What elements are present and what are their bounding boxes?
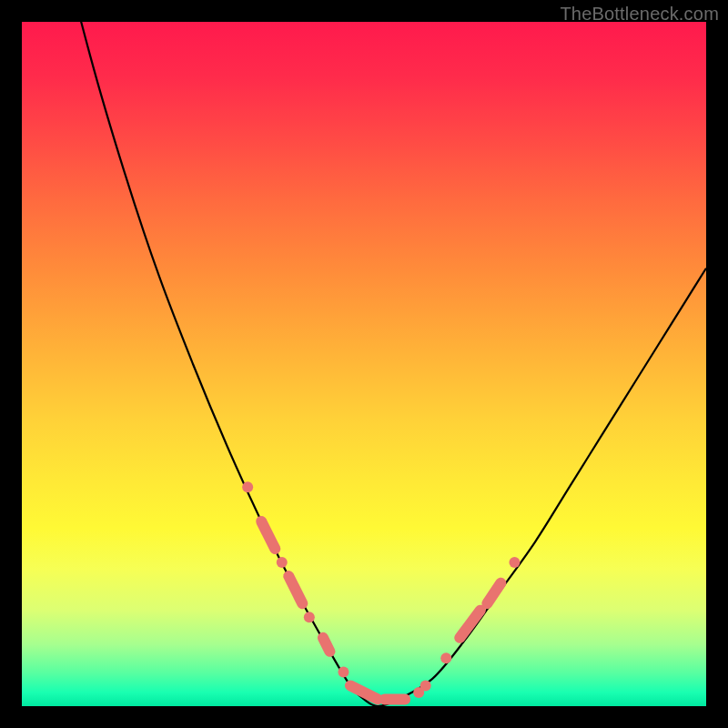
marker-point	[277, 557, 288, 568]
marker-point	[242, 481, 253, 492]
watermark-text: TheBottleneck.com	[560, 4, 719, 25]
marker-point	[338, 666, 349, 677]
chart-plot-area	[22, 22, 706, 706]
bottleneck-curve-line	[22, 22, 706, 706]
marker-segment	[323, 638, 330, 652]
marker-segment	[261, 521, 275, 549]
marker-point	[304, 612, 315, 622]
confidence-markers	[242, 481, 520, 699]
marker-segment	[487, 583, 500, 604]
marker-point	[509, 557, 520, 568]
marker-point	[420, 680, 431, 691]
bottleneck-curve-svg	[22, 22, 706, 706]
marker-point	[440, 652, 451, 663]
marker-segment	[350, 685, 378, 699]
marker-segment	[288, 576, 302, 603]
